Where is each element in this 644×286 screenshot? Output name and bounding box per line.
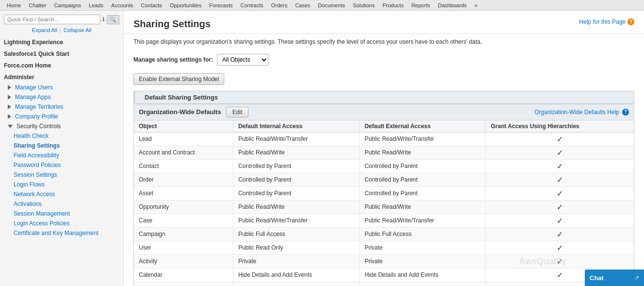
- cell-external: Hide Details and Add Events: [360, 268, 486, 282]
- cell-grant: ✓: [486, 146, 634, 159]
- cell-external: Controlled by Parent: [360, 159, 486, 173]
- cell-internal: Public Full Access: [233, 227, 359, 241]
- sidebar-subitem-session-management[interactable]: Session Management: [0, 209, 123, 219]
- arrow-open-icon: [8, 125, 13, 128]
- cell-grant: ✓: [486, 186, 634, 200]
- arrow-icon: [8, 95, 11, 100]
- cell-internal: Public Read/Write/Transfer: [233, 214, 359, 227]
- cell-grant: ✓: [486, 132, 634, 146]
- help-link[interactable]: Help for this Page ?: [579, 18, 634, 25]
- chat-widget[interactable]: Chat ↗: [585, 269, 644, 286]
- sidebar: ℹ 🔍 Expand All | Collapse All Lightning …: [0, 11, 124, 286]
- nav-products[interactable]: Products: [379, 2, 407, 8]
- nav-orders[interactable]: Orders: [267, 2, 292, 8]
- enable-external-sharing-btn[interactable]: Enable External Sharing Model: [133, 73, 224, 85]
- nav-contracts[interactable]: Contracts: [236, 2, 267, 8]
- org-wide-help-link[interactable]: Organization-Wide Defaults Help: [534, 109, 619, 116]
- nav-leads[interactable]: Leads: [85, 2, 107, 8]
- sidebar-subitem-health-check[interactable]: Health Check: [0, 131, 123, 141]
- sidebar-item-company-profile[interactable]: Company Profile: [0, 112, 123, 121]
- checkmark-icon: ✓: [557, 217, 563, 225]
- sidebar-section-lightning[interactable]: Lightning Experience: [0, 36, 123, 48]
- nav-dashboards[interactable]: Dashboards: [434, 2, 470, 8]
- table-row: Opportunity Public Read/Write Public Rea…: [134, 200, 634, 214]
- cell-internal: Public Read/Write/Transfer: [233, 132, 359, 146]
- edit-button[interactable]: Edit: [226, 107, 249, 118]
- table-help: Organization-Wide Defaults Help ?: [534, 109, 629, 116]
- cell-grant: ✓: [486, 227, 634, 241]
- table-row: User Public Read Only Private ✓: [134, 241, 634, 254]
- nav-more[interactable]: »: [471, 2, 481, 8]
- nav-reports[interactable]: Reports: [408, 2, 434, 8]
- cell-object: Activity: [134, 254, 233, 268]
- page-header: Sharing Settings Help for this Page ?: [124, 11, 644, 34]
- manage-sharing-select[interactable]: All Objects: [217, 54, 268, 66]
- sidebar-section-forcecom[interactable]: Force.com Home: [0, 59, 123, 71]
- checkmark-icon: ✓: [557, 189, 563, 198]
- sidebar-section-salesforce1[interactable]: Salesforce1 Quick Start: [0, 48, 123, 59]
- expand-collapse-bar: Expand All | Collapse All: [0, 26, 123, 36]
- chat-expand-icon: ↗: [634, 274, 639, 281]
- main-content: Sharing Settings Help for this Page ? Th…: [124, 11, 644, 286]
- cell-object: Case: [134, 214, 233, 227]
- expand-all-link[interactable]: Expand All: [32, 27, 57, 33]
- sidebar-subitem-network-access[interactable]: Network Access: [0, 189, 123, 199]
- cell-external: Private: [360, 241, 486, 254]
- page-description: This page displays your organization's s…: [124, 34, 644, 50]
- nav-home[interactable]: Home: [3, 2, 25, 8]
- nav-opportunities[interactable]: Opportunities: [166, 2, 205, 8]
- sidebar-subitem-field-accessibility[interactable]: Field Accessibility: [0, 151, 123, 160]
- sidebar-subitem-activations[interactable]: Activations: [0, 199, 123, 209]
- col-external: Default External Access: [360, 120, 486, 133]
- sidebar-subitem-certificate-key[interactable]: Certificate and Key Management: [0, 228, 123, 238]
- cell-external: Public Read/Write/Transfer: [360, 214, 486, 227]
- page-title: Sharing Settings: [133, 18, 211, 30]
- info-icon[interactable]: ℹ: [102, 16, 105, 23]
- cell-external: Public Read/Write/Transfer: [360, 132, 486, 146]
- cell-internal: Private: [233, 254, 359, 268]
- checkmark-icon: ✓: [557, 203, 563, 211]
- cell-internal: Controlled by Parent: [233, 173, 359, 186]
- manage-sharing-label: Manage sharing settings for:: [133, 56, 213, 63]
- nav-documents[interactable]: Documents: [314, 2, 349, 8]
- nav-forecasts[interactable]: Forecasts: [205, 2, 236, 8]
- cell-internal: Use: [233, 282, 359, 286]
- nav-cases[interactable]: Cases: [291, 2, 314, 8]
- sidebar-item-security-controls[interactable]: Security Controls: [0, 121, 123, 131]
- nav-campaigns[interactable]: Campaigns: [50, 2, 85, 8]
- cell-object: Price Book: [134, 282, 233, 286]
- checkmark-icon: ✓: [557, 244, 563, 252]
- checkmark-icon: ✓: [557, 149, 563, 157]
- nav-solutions[interactable]: Solutions: [349, 2, 379, 8]
- sidebar-section-administer[interactable]: Administer: [0, 71, 123, 83]
- nav-accounts[interactable]: Accounts: [107, 2, 137, 8]
- collapse-all-link[interactable]: Collapse All: [64, 27, 91, 33]
- sidebar-item-manage-apps[interactable]: Manage Apps: [0, 92, 123, 102]
- arrow-icon: [8, 104, 11, 109]
- checkmark-icon: ✓: [557, 135, 563, 143]
- sidebar-subitem-login-access-policies[interactable]: Login Access Policies: [0, 219, 123, 228]
- cell-external: Public Read/Write: [360, 146, 486, 159]
- nav-chatter[interactable]: Chatter: [25, 2, 50, 8]
- nav-contacts[interactable]: Contacts: [137, 2, 165, 8]
- search-button[interactable]: 🔍: [107, 15, 119, 24]
- sidebar-item-manage-territories[interactable]: Manage Territories: [0, 102, 123, 112]
- table-row: Calendar Hide Details and Add Events Hid…: [134, 268, 634, 282]
- sidebar-subitem-session-settings[interactable]: Session Settings: [0, 170, 123, 180]
- org-wide-help-icon[interactable]: ?: [622, 109, 629, 116]
- cell-external: Controlled by Parent: [360, 173, 486, 186]
- cell-object: Calendar: [134, 268, 233, 282]
- table-row: Campaign Public Full Access Public Full …: [134, 227, 634, 241]
- table-row: Case Public Read/Write/Transfer Public R…: [134, 214, 634, 227]
- cell-external: Controlled by Parent: [360, 186, 486, 200]
- cell-internal: Controlled by Parent: [233, 159, 359, 173]
- search-input[interactable]: [4, 15, 100, 24]
- sidebar-subitem-login-flows[interactable]: Login Flows: [0, 180, 123, 189]
- enable-btn-row: Enable External Sharing Model: [124, 69, 644, 91]
- sidebar-subitem-sharing-settings[interactable]: Sharing Settings: [0, 141, 123, 151]
- arrow-icon: [8, 114, 11, 119]
- sidebar-item-manage-users[interactable]: Manage Users: [0, 83, 123, 92]
- cell-object: Order: [134, 173, 233, 186]
- cell-internal: Public Read/Write: [233, 146, 359, 159]
- sidebar-subitem-password-policies[interactable]: Password Policies: [0, 160, 123, 170]
